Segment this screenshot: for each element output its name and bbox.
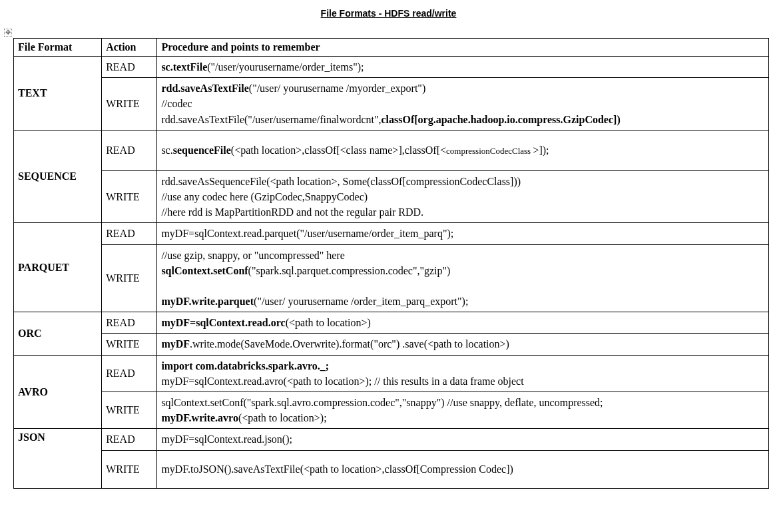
code-text: //codec — [161, 98, 192, 109]
table-move-handle-icon: ✥ — [4, 29, 12, 37]
code-text: .write.mode(SaveMode.Overwrite).format("… — [190, 338, 509, 350]
proc-json-read: myDF=sqlContext.read.json(); — [157, 429, 769, 450]
proc-orc-read: myDF=sqlContext.read.orc(<path to locati… — [157, 312, 769, 334]
action-write: WRITE — [102, 392, 157, 429]
table-row: AVRO READ import com.databricks.spark.av… — [14, 355, 769, 392]
header-file-format: File Format — [14, 39, 102, 57]
code-text: ("/user/yourusername/order_items"); — [207, 61, 364, 73]
code-bold: sc.textFile — [161, 61, 207, 73]
code-bold: myDF=sqlContext.read.orc — [161, 317, 285, 328]
action-read: READ — [102, 57, 157, 78]
code-text: ("/user/ yourusername /myorder_export") — [249, 83, 425, 94]
format-avro: AVRO — [14, 355, 102, 429]
code-bold: classOf[org.apache.hadoop.io.compress.Gz… — [381, 114, 620, 125]
code-bold: rdd.saveAsTextFile — [161, 83, 248, 94]
code-text: ("spark.sql.parquet.compression.codec","… — [248, 265, 451, 276]
code-text: sc. — [161, 144, 172, 156]
code-text: ("/user/ yourusername /order_item_parq_e… — [254, 296, 468, 307]
table-row: WRITE myDF.write.mode(SaveMode.Overwrite… — [14, 334, 769, 355]
table-row: SEQUENCE READ sc.sequenceFile(<path loca… — [14, 130, 769, 170]
code-text: myDF.toJSON().saveAsTextFile(<path to lo… — [161, 463, 513, 475]
table-row: ORC READ myDF=sqlContext.read.orc(<path … — [14, 312, 769, 334]
code-text: (<path to location>) — [286, 317, 371, 328]
code-text: (<path to location>); — [238, 412, 327, 423]
proc-parquet-write: //use gzip, snappy, or "uncompressed" he… — [157, 244, 769, 312]
format-json: JSON — [14, 429, 102, 488]
proc-sequence-read: sc.sequenceFile(<path location>,classOf[… — [157, 130, 769, 170]
table-row: WRITE sqlContext.setConf("spark.sql.avro… — [14, 392, 769, 429]
code-bold: sqlContext.setConf — [161, 265, 248, 276]
format-parquet: PARQUET — [14, 223, 102, 312]
table-row: WRITE //use gzip, snappy, or "uncompress… — [14, 244, 769, 312]
code-bold: myDF.write.parquet — [161, 296, 254, 307]
header-procedure: Procedure and points to remember — [157, 39, 769, 57]
proc-text-read: sc.textFile("/user/yourusername/order_it… — [157, 57, 769, 78]
table-row: PARQUET READ myDF=sqlContext.read.parque… — [14, 223, 769, 244]
action-read: READ — [102, 223, 157, 244]
table-row: TEXT READ sc.textFile("/user/yourusernam… — [14, 57, 769, 78]
code-small: compressionCodecClass — [446, 146, 533, 156]
action-read: READ — [102, 312, 157, 334]
code-text: myDF=sqlContext.read.parquet("/user/user… — [161, 228, 453, 239]
proc-text-write: rdd.saveAsTextFile("/user/ yourusername … — [157, 78, 769, 131]
proc-avro-read: import com.databricks.spark.avro._; myDF… — [157, 355, 769, 392]
action-read: READ — [102, 130, 157, 170]
file-formats-table: File Format Action Procedure and points … — [13, 38, 769, 489]
action-read: READ — [102, 429, 157, 450]
header-action: Action — [102, 39, 157, 57]
page-title: File Formats - HDFS read/write — [3, 8, 774, 19]
proc-parquet-read: myDF=sqlContext.read.parquet("/user/user… — [157, 223, 769, 244]
table-row: WRITE rdd.saveAsTextFile("/user/ youruse… — [14, 78, 769, 131]
action-write: WRITE — [102, 78, 157, 131]
code-text: sqlContext.setConf("spark.sql.avro.compr… — [161, 397, 603, 408]
table-header-row: File Format Action Procedure and points … — [14, 39, 769, 57]
proc-sequence-write: rdd.saveAsSequenceFile(<path location>, … — [157, 170, 769, 223]
format-text: TEXT — [14, 57, 102, 131]
format-orc: ORC — [14, 312, 102, 355]
proc-json-write: myDF.toJSON().saveAsTextFile(<path to lo… — [157, 450, 769, 488]
action-write: WRITE — [102, 334, 157, 355]
code-text: myDF=sqlContext.read.json(); — [161, 433, 292, 445]
code-text: myDF=sqlContext.read.avro(<path to locat… — [161, 376, 523, 387]
code-bold: myDF — [161, 338, 190, 350]
proc-orc-write: myDF.write.mode(SaveMode.Overwrite).form… — [157, 334, 769, 355]
format-sequence: SEQUENCE — [14, 130, 102, 223]
code-text: rdd.saveAsSequenceFile(<path location>, … — [161, 176, 521, 187]
action-write: WRITE — [102, 450, 157, 488]
code-bold: import com.databricks.spark.avro._; — [161, 360, 329, 372]
table-row: WRITE rdd.saveAsSequenceFile(<path locat… — [14, 170, 769, 223]
action-write: WRITE — [102, 170, 157, 223]
code-text: //use gzip, snappy, or "uncompressed" he… — [161, 250, 345, 261]
code-bold: sequenceFile — [173, 144, 231, 156]
code-text: //use any codec here (GzipCodec,SnappyCo… — [161, 191, 368, 202]
code-text: rdd.saveAsTextFile("/user/username/final… — [161, 114, 381, 125]
proc-avro-write: sqlContext.setConf("spark.sql.avro.compr… — [157, 392, 769, 429]
code-text: (<path location>,classOf[<class name>],c… — [231, 144, 446, 156]
action-read: READ — [102, 355, 157, 392]
code-bold: myDF.write.avro — [161, 412, 238, 423]
table-row: WRITE myDF.toJSON().saveAsTextFile(<path… — [14, 450, 769, 488]
code-text: //here rdd is MapPartitionRDD and not th… — [161, 206, 423, 218]
table-row: JSON READ myDF=sqlContext.read.json(); — [14, 429, 769, 450]
action-write: WRITE — [102, 244, 157, 312]
code-text: >]); — [533, 144, 549, 156]
